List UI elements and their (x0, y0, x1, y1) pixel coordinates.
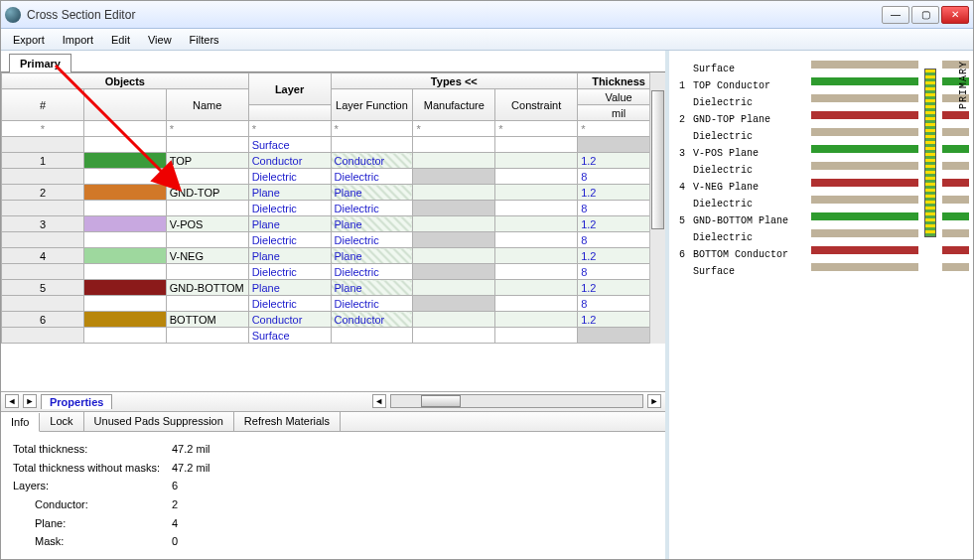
hscroll-left[interactable]: ◄ (372, 394, 386, 408)
tab-lock[interactable]: Lock (40, 412, 83, 431)
stackup-bar (811, 128, 918, 136)
bottom-tabs: Info Lock Unused Pads Suppression Refres… (1, 411, 665, 432)
plane-value: 4 (172, 514, 178, 533)
layer-chip-icon (84, 280, 166, 295)
stackup-row: Dielectric (679, 162, 807, 179)
mask-label: Mask: (13, 532, 172, 551)
stackup-row: Surface (679, 61, 807, 77)
stackup-row: 2GND-TOP Plane (679, 111, 807, 128)
col-group-thickness[interactable]: Thickness (578, 73, 660, 89)
table-row[interactable]: DielectricDielectric8 (2, 264, 660, 280)
table-row[interactable]: 2GND-TOPPlanePlane1.2 (2, 185, 660, 201)
tab-primary[interactable]: Primary (9, 54, 71, 72)
conductor-value: 2 (172, 495, 178, 514)
table-row[interactable]: Surface (2, 137, 660, 153)
tab-info[interactable]: Info (1, 413, 40, 432)
table-row[interactable]: DielectricDielectric8 (2, 201, 660, 216)
stackup-bar (811, 61, 918, 69)
hscroll-thumb[interactable] (421, 395, 461, 407)
stackup-bar (942, 111, 969, 119)
layer-chip-icon (84, 248, 166, 263)
col-value[interactable]: Value (578, 89, 660, 105)
stackup-row: Dielectric (679, 229, 807, 246)
stackup-row: 5GND-BOTTOM Plane (679, 212, 807, 229)
total-thickness-nomask-value: 47.2 mil (172, 459, 210, 478)
grid-hscrollbar[interactable] (390, 394, 643, 408)
table-row[interactable]: DielectricDielectric8 (2, 232, 660, 248)
col-group-types[interactable]: Types << (331, 73, 578, 89)
col-num[interactable]: # (2, 89, 84, 121)
stackup-row: 6BOTTOM Conductor (679, 246, 807, 263)
tab-refresh-materials[interactable]: Refresh Materials (234, 412, 341, 431)
info-pane: Total thickness:47.2 mil Total thickness… (1, 432, 665, 559)
plane-label: Plane: (13, 514, 172, 533)
hscroll-right[interactable]: ► (647, 394, 661, 408)
tab-properties[interactable]: Properties (41, 394, 112, 409)
close-button[interactable]: ✕ (941, 6, 969, 24)
stackup-bar (942, 145, 969, 153)
table-row[interactable]: 6BOTTOMConductorConductor1.2 (2, 312, 660, 328)
col-func[interactable]: Layer Function (331, 89, 413, 121)
table-row[interactable]: 1TOPConductorConductor1.2 (2, 153, 660, 169)
stackup-bar (942, 212, 969, 220)
menu-import[interactable]: Import (55, 32, 101, 48)
stackup-bar (811, 94, 918, 102)
prev-sheet-button[interactable]: ◄ (5, 394, 19, 408)
col-group-objects[interactable]: Objects (2, 73, 249, 89)
menu-view[interactable]: View (140, 32, 180, 48)
stackup-row: 1TOP Conductor (679, 77, 807, 94)
total-thickness-nomask-label: Total thickness without masks: (13, 459, 172, 478)
stackup-bar (942, 128, 969, 136)
table-row[interactable]: Surface (2, 328, 660, 344)
vscroll-thumb[interactable] (651, 90, 664, 229)
stackup-row: 4V-NEG Plane (679, 179, 807, 196)
table-row[interactable]: DielectricDielectric8 (2, 296, 660, 312)
next-sheet-button[interactable]: ► (23, 394, 37, 408)
stackup-bar (811, 179, 918, 187)
stackup-bar (942, 162, 969, 170)
col-name[interactable]: Name (166, 89, 248, 121)
total-thickness-value: 47.2 mil (172, 440, 210, 459)
table-row[interactable]: 4V-NEGPlanePlane1.2 (2, 248, 660, 264)
layers-grid[interactable]: Objects Layer Types << Thickness # Name … (1, 72, 660, 344)
stackup-bar (811, 145, 918, 153)
stackup-vlabel: PRIMARY (958, 61, 969, 109)
layer-chip-icon (84, 153, 166, 168)
layers-label: Layers: (13, 477, 172, 495)
layer-chip-icon (84, 312, 166, 327)
stackup-bar (811, 246, 918, 254)
col-cons[interactable]: Constraint (495, 89, 578, 121)
titlebar: Cross Section Editor — ▢ ✕ (1, 1, 973, 29)
col-layer[interactable]: Layer (248, 73, 331, 105)
table-row[interactable]: 3V-POSPlanePlane1.2 (2, 216, 660, 232)
stackup-row: 3V-POS Plane (679, 145, 807, 162)
col-manu[interactable]: Manufacture (413, 89, 495, 121)
stackup-bar (811, 196, 918, 204)
stackup-row: Dielectric (679, 196, 807, 212)
layer-chip-icon (84, 216, 166, 231)
stackup-bar (811, 263, 918, 271)
window-title: Cross Section Editor (27, 8, 882, 22)
stackup-row: Dielectric (679, 128, 807, 145)
stackup-bar (811, 229, 918, 237)
menu-filters[interactable]: Filters (182, 32, 227, 48)
minimize-button[interactable]: — (882, 6, 909, 24)
maximize-button[interactable]: ▢ (911, 6, 939, 24)
via-column-icon (924, 69, 936, 237)
stackup-bar (942, 196, 969, 204)
layer-chip-icon (84, 185, 166, 200)
stackup-bar (811, 111, 918, 119)
table-row[interactable]: DielectricDielectric8 (2, 169, 660, 185)
stackup-panel: Surface1TOP ConductorDielectric2GND-TOP … (665, 51, 973, 559)
table-row[interactable]: 5GND-BOTTOMPlanePlane1.2 (2, 280, 660, 296)
stackup-row: Surface (679, 263, 807, 280)
col-mil[interactable]: mil (578, 105, 660, 121)
stackup-bar (942, 179, 969, 187)
filter-row[interactable]: * * * * * * * (2, 121, 660, 137)
conductor-label: Conductor: (13, 495, 172, 514)
menu-export[interactable]: Export (5, 32, 53, 48)
grid-vscrollbar[interactable] (649, 72, 665, 344)
stackup-row: Dielectric (679, 94, 807, 111)
tab-unused-pads[interactable]: Unused Pads Suppression (84, 412, 234, 431)
menu-edit[interactable]: Edit (103, 32, 138, 48)
